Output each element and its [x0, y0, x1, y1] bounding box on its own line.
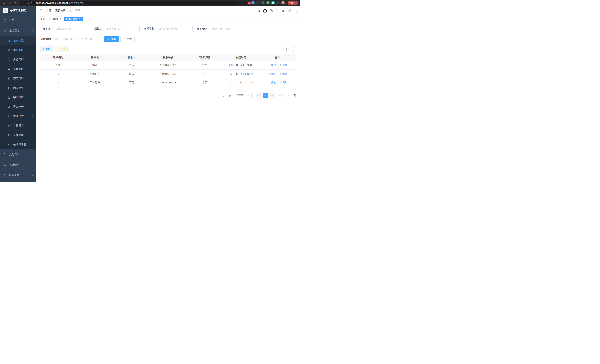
prev-page-button[interactable] [256, 93, 261, 98]
chevron-down-icon [31, 174, 33, 177]
extension-icon-dark-ring[interactable] [256, 1, 260, 4]
sidebar-item-payment-management[interactable]: 支付管理 [0, 149, 36, 160]
github-icon[interactable] [263, 9, 267, 13]
chevron-down-icon [31, 115, 33, 117]
breadcrumb-system[interactable]: 系统管理 [55, 9, 66, 12]
sidebar-item-post-management[interactable]: 岗位管理 [0, 83, 36, 93]
sidebar-item-label: 错误码管理 [13, 143, 26, 146]
cell-tenant-id: 107 [40, 69, 77, 78]
address-bar[interactable]: ⚠ 不安全 dashboard.yudao.iocoder.cn/system/… [20, 1, 246, 5]
goto-page-input[interactable] [285, 93, 292, 98]
status-select[interactable]: 请选择租户状态 [210, 26, 245, 32]
browser-menu-icon[interactable]: ⋮ [294, 2, 297, 4]
help-icon[interactable]: ? [270, 9, 273, 12]
sidebar-item-label: 部门管理 [13, 77, 24, 80]
browser-home-icon[interactable]: ⌂ [13, 1, 18, 5]
tab-home[interactable]: 首页 [39, 17, 47, 21]
sidebar-item-error-code-management[interactable]: 错误码管理 [0, 140, 36, 149]
sidebar-item-dept-management[interactable]: 部门管理 [0, 74, 36, 83]
column-header: 联系手机 [150, 54, 186, 61]
chevron-down-icon [248, 94, 250, 96]
trash-icon [279, 73, 282, 75]
sidebar: 芋道管理系统 首页 系统管理 租户管理 用户管理 角色管理 [0, 6, 36, 182]
sidebar-item-tenant-management[interactable]: 租户管理 [0, 36, 36, 45]
extension-icon-green-square[interactable] [272, 1, 275, 4]
tab-dept-management[interactable]: 部门管理 × [48, 17, 64, 21]
back-icon[interactable]: ← [2, 1, 7, 5]
sidebar-item-label: 短信管理 [13, 134, 24, 137]
sidebar-item-user-management[interactable]: 用户管理 [0, 45, 36, 55]
delete-button[interactable]: 删除 [279, 64, 287, 67]
sidebar-item-home[interactable]: 首页 [0, 15, 36, 25]
cell-phone: 15601691300 [150, 61, 186, 69]
download-icon [57, 48, 59, 50]
sidebar-item-audit-log[interactable]: 审计日志 [0, 112, 36, 121]
search-button[interactable]: 搜索 [104, 36, 119, 42]
chevron-down-icon [241, 28, 243, 30]
sidebar-item-system-management[interactable]: 系统管理 [0, 25, 36, 36]
reload-icon[interactable]: ⟳ [7, 1, 12, 5]
close-icon[interactable]: × [59, 18, 62, 20]
search-icon[interactable] [257, 9, 261, 12]
edit-button[interactable]: 修改 [268, 72, 276, 75]
edit-button[interactable]: 修改 [268, 64, 276, 67]
user-icon [8, 49, 11, 52]
security-label: 不安全 [25, 1, 32, 4]
sidebar-item-online-users[interactable]: 在线用户 [0, 121, 36, 131]
toggle-search-button[interactable] [284, 46, 289, 52]
update-button[interactable]: 更新 ⋮ [288, 1, 298, 5]
sidebar-item-menu-management[interactable]: 菜单管理 [0, 64, 36, 74]
column-header: 租户状态 [186, 54, 223, 61]
breadcrumb-current: 租户管理 [70, 9, 80, 12]
sidebar-item-role-management[interactable]: 角色管理 [0, 55, 36, 64]
dashboard-icon [4, 19, 7, 22]
sidebar-toggle-icon[interactable] [39, 9, 43, 13]
delete-button[interactable]: 删除 [279, 72, 287, 75]
create-time-range-picker[interactable]: 开始日期 - 结束日期 [53, 36, 98, 42]
tenant-name-input[interactable] [53, 26, 89, 32]
refresh-table-button[interactable] [291, 46, 296, 52]
extension-icon-green-circle[interactable] [266, 1, 270, 4]
bookmark-star-icon[interactable]: ☆ [242, 1, 244, 4]
sidebar-item-sms-management[interactable]: 短信管理 [0, 131, 36, 140]
share-icon[interactable] [237, 2, 239, 4]
pencil-icon [268, 64, 271, 66]
extension-icon-blue[interactable] [251, 1, 254, 4]
fullscreen-icon[interactable] [275, 9, 279, 12]
phone-input[interactable] [157, 26, 193, 32]
create-time-label: 创建时间 [40, 37, 51, 41]
sidebar-item-infrastructure[interactable]: 基础设施 [0, 160, 36, 170]
edit-button[interactable]: 修改 [268, 81, 276, 84]
reset-button[interactable]: 重置 [120, 36, 134, 42]
extension-icon-tan[interactable] [281, 1, 285, 4]
app-logo[interactable]: 芋道管理系统 [0, 6, 36, 15]
avatar[interactable] [287, 8, 294, 14]
avatar-caret-icon[interactable]: ▾ [296, 10, 297, 12]
delete-button[interactable]: 删除 [279, 81, 287, 84]
plus-icon [42, 48, 45, 50]
sidebar-menu: 首页 系统管理 租户管理 用户管理 角色管理 菜单管理 [0, 15, 36, 182]
search-icon [285, 48, 288, 50]
add-button[interactable]: 新增 [40, 46, 53, 52]
tab-tenant-management[interactable]: 租户管理 × [64, 17, 83, 21]
page-size-select[interactable]: 10条/页 [234, 93, 252, 98]
table-row: 107 测试租户 秃头 15601691300 关闭 2021-12-14 20… [40, 69, 296, 78]
next-page-button[interactable] [269, 93, 275, 98]
breadcrumb-home[interactable]: 首页 [46, 9, 51, 12]
end-date-placeholder: 结束日期 [79, 37, 96, 41]
close-icon[interactable]: × [78, 18, 81, 20]
sidebar-item-dict-management[interactable]: 字典管理 [0, 93, 36, 102]
sms-shield-icon [8, 134, 11, 137]
tenant-name-label: 租户名 [40, 27, 51, 31]
contact-input[interactable] [103, 26, 140, 32]
page-number-1[interactable]: 1 [263, 93, 268, 98]
sidebar-item-notice[interactable]: 通知公告 [0, 102, 36, 112]
font-size-icon[interactable]: TT [281, 9, 284, 12]
extension-icon-puzzle[interactable] [276, 1, 280, 4]
cell-tenant-name: 测试 [77, 61, 113, 69]
chevron-up-icon [31, 30, 33, 32]
sidebar-item-dev-tools[interactable]: 研发工具 [0, 170, 36, 180]
export-button[interactable]: 导出 [55, 46, 67, 52]
cell-status: 关闭 [186, 61, 223, 69]
extension-icon-olive[interactable] [262, 1, 264, 4]
